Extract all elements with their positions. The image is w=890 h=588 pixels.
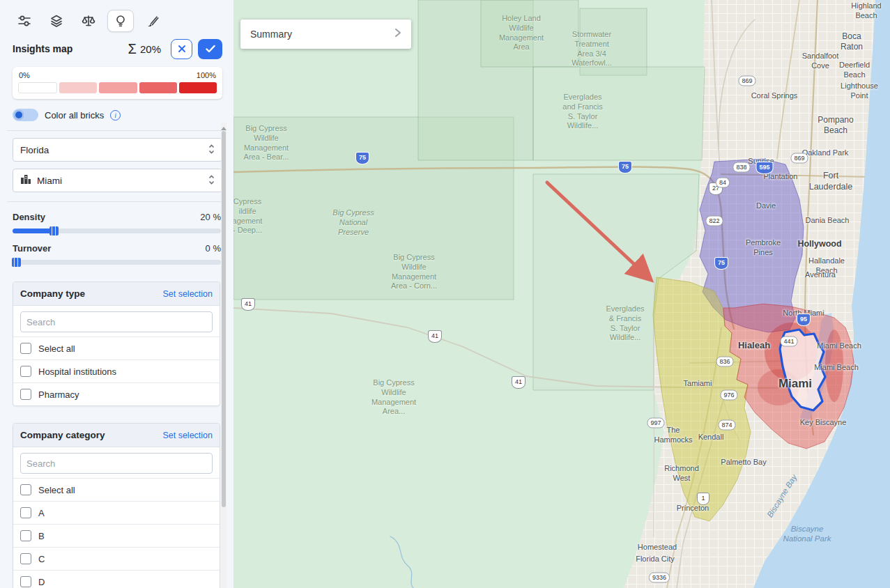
close-icon — [178, 45, 186, 53]
turnover-label: Turnover — [13, 243, 51, 254]
list-item-label: Pharmacy — [38, 389, 79, 400]
turnover-slider-handle[interactable] — [12, 258, 21, 267]
cancel-button[interactable] — [171, 39, 192, 59]
map-toolbar — [0, 0, 233, 32]
color-scale-card: 0% 100% — [13, 67, 222, 99]
legend-swatches — [18, 82, 217, 93]
brush-icon — [146, 14, 160, 28]
legend-swatch — [99, 82, 137, 93]
list-item-label: Hospital institutions — [38, 366, 116, 377]
select-chevrons-icon — [208, 144, 215, 157]
chevron-right-icon — [394, 28, 401, 40]
company-type-search-input[interactable] — [20, 311, 213, 332]
divider — [7, 130, 227, 131]
list-item-label: C — [38, 554, 45, 564]
density-label: Density — [13, 212, 45, 222]
summary-label: Summary — [250, 29, 292, 40]
company-type-card: Company type Set selection Select all Ho… — [13, 281, 220, 406]
turnover-row: Turnover 0 % — [0, 233, 233, 254]
color-all-bricks-row: Color all bricks i — [0, 99, 233, 121]
sigma-symbol: Σ — [128, 41, 137, 57]
city-icon — [20, 174, 31, 187]
list-item-label: Select all — [38, 485, 75, 495]
checkbox[interactable] — [20, 576, 31, 587]
summary-panel[interactable]: Summary — [240, 20, 411, 49]
insights-map-title: Insights map — [13, 43, 72, 54]
scales-tool-button[interactable] — [75, 10, 102, 32]
sliders-icon — [17, 14, 31, 28]
legend-min-label: 0% — [19, 71, 30, 79]
layers-tool-button[interactable] — [43, 10, 70, 32]
color-all-bricks-toggle[interactable] — [13, 109, 38, 121]
turnover-slider[interactable] — [13, 260, 221, 265]
density-slider-fill — [13, 229, 54, 233]
city-select[interactable]: Miami — [13, 169, 222, 192]
list-item[interactable]: Select all — [13, 478, 220, 501]
scales-icon — [82, 14, 95, 28]
density-row: Density 20 % — [0, 202, 233, 222]
map-graphics — [233, 0, 890, 588]
lightbulb-icon — [114, 14, 128, 28]
legend-swatch — [59, 82, 97, 93]
company-category-title: Company category — [20, 430, 105, 440]
toggle-knob — [14, 110, 24, 120]
layers-icon — [49, 14, 63, 28]
list-item-label: Select all — [38, 343, 75, 354]
sigma-value: 20% — [140, 43, 161, 55]
insights-header-row: Insights map Σ 20% — [0, 32, 233, 59]
checkbox[interactable] — [20, 484, 31, 495]
scrollbar-thumb[interactable] — [222, 131, 226, 507]
info-icon[interactable]: i — [110, 110, 121, 121]
checkbox[interactable] — [20, 389, 31, 400]
checkbox[interactable] — [20, 366, 31, 377]
legend-swatch — [18, 82, 57, 93]
company-category-card: Company category Set selection Select al… — [13, 423, 220, 588]
company-category-header: Company category Set selection — [13, 424, 220, 447]
toggle-label: Color all bricks — [45, 110, 104, 121]
brush-tool-button[interactable] — [139, 10, 166, 32]
list-item-label: D — [38, 577, 45, 587]
list-item[interactable]: C — [13, 547, 220, 570]
confirm-button[interactable] — [198, 39, 222, 59]
select-chevrons-icon — [208, 174, 215, 187]
density-slider[interactable] — [13, 229, 221, 233]
legend-max-label: 100% — [197, 71, 216, 79]
checkbox[interactable] — [20, 530, 31, 541]
preserve-areas — [233, 0, 705, 390]
list-item[interactable]: Hospital institutions — [13, 359, 220, 382]
list-item-label: A — [38, 508, 45, 518]
list-item[interactable]: A — [13, 501, 220, 524]
company-category-search-input[interactable] — [20, 453, 213, 474]
checkbox[interactable] — [20, 553, 31, 564]
state-select-value: Florida — [20, 145, 203, 155]
city-select-value: Miami — [37, 176, 203, 186]
company-type-set-selection-link[interactable]: Set selection — [162, 289, 213, 299]
sliders-tool-button[interactable] — [11, 10, 38, 32]
checkbox[interactable] — [20, 343, 31, 354]
density-slider-handle[interactable] — [49, 226, 59, 235]
checkbox[interactable] — [20, 507, 31, 518]
map-canvas[interactable]: Holey Land Wildlife Management AreaStorm… — [233, 0, 890, 588]
list-item-label: B — [38, 531, 45, 541]
list-item[interactable]: D — [13, 570, 220, 588]
check-icon — [206, 45, 215, 53]
company-category-set-selection-link[interactable]: Set selection — [162, 431, 213, 440]
company-type-header: Company type Set selection — [13, 282, 220, 306]
legend-swatch — [179, 82, 217, 93]
density-value: 20 % — [200, 212, 221, 222]
scroll-up-arrow-icon[interactable] — [221, 124, 227, 130]
turnover-value: 0 % — [206, 243, 221, 254]
list-item[interactable]: B — [13, 524, 220, 547]
state-select[interactable]: Florida — [13, 138, 222, 162]
insights-tool-button[interactable] — [107, 10, 134, 32]
list-item[interactable]: Select all — [13, 336, 220, 359]
insights-map-app: Insights map Σ 20% 0% 100% — [0, 0, 890, 588]
company-type-title: Company type — [20, 288, 85, 299]
list-item[interactable]: Pharmacy — [13, 382, 220, 405]
sidebar: Insights map Σ 20% 0% 100% — [0, 0, 233, 588]
sidebar-scrollbar[interactable] — [221, 123, 227, 588]
legend-swatch — [139, 82, 177, 93]
